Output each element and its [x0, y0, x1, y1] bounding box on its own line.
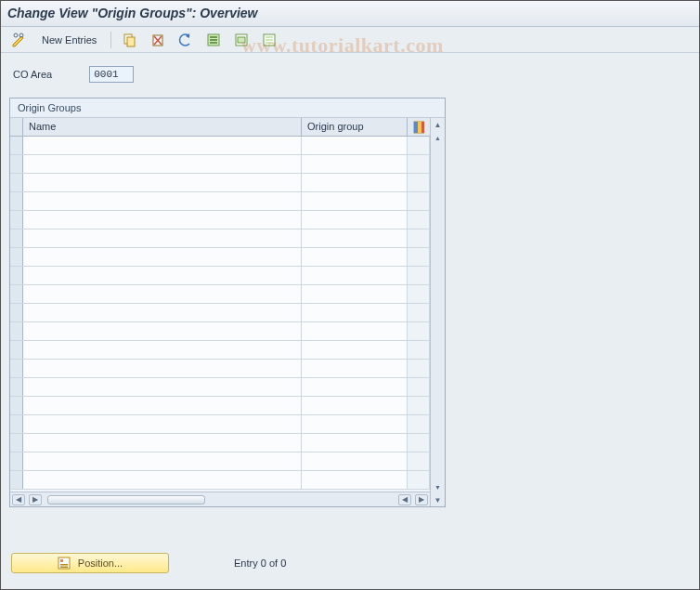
- cell-name[interactable]: [23, 452, 302, 470]
- cell-name[interactable]: [23, 229, 302, 247]
- cell-origin-group[interactable]: [302, 248, 408, 266]
- cell-name[interactable]: [23, 248, 302, 266]
- cell-origin-group[interactable]: [302, 378, 408, 396]
- cell-name[interactable]: [23, 155, 302, 173]
- table-row[interactable]: [10, 397, 430, 415]
- table-row[interactable]: [10, 174, 430, 192]
- cell-name[interactable]: [23, 174, 302, 191]
- row-selector[interactable]: [10, 248, 23, 266]
- row-selector[interactable]: [10, 192, 23, 210]
- row-selector[interactable]: [10, 360, 23, 377]
- table-row[interactable]: [10, 285, 430, 304]
- table-row[interactable]: [10, 452, 430, 471]
- cell-name[interactable]: [23, 378, 302, 396]
- cell-origin-group[interactable]: [302, 267, 408, 284]
- cell-name[interactable]: [23, 285, 302, 303]
- cell-origin-group[interactable]: [302, 434, 408, 452]
- hscroll-thumb[interactable]: [47, 495, 205, 505]
- row-selector[interactable]: [10, 434, 23, 452]
- table-row[interactable]: [10, 341, 430, 360]
- table-row[interactable]: [10, 155, 430, 174]
- table-row[interactable]: [10, 360, 430, 378]
- cell-origin-group[interactable]: [302, 229, 408, 247]
- row-selector[interactable]: [10, 341, 23, 359]
- row-selector[interactable]: [10, 452, 23, 470]
- vertical-scrollbar[interactable]: ▲ ▲ ▼ ▼: [430, 118, 445, 506]
- co-area-field[interactable]: [89, 66, 134, 83]
- table-row[interactable]: [10, 248, 430, 267]
- row-selector[interactable]: [10, 211, 23, 229]
- cell-name[interactable]: [23, 360, 302, 377]
- table-row[interactable]: [10, 211, 430, 229]
- table-row[interactable]: [10, 434, 430, 452]
- table-row[interactable]: [10, 415, 430, 434]
- table-row[interactable]: [10, 322, 430, 341]
- cell-origin-group[interactable]: [302, 192, 408, 210]
- cell-origin-group[interactable]: [302, 397, 408, 414]
- copy-button[interactable]: [119, 31, 141, 49]
- cell-origin-group[interactable]: [302, 452, 408, 470]
- scroll-left-step-icon[interactable]: ◀: [398, 494, 411, 505]
- row-selector[interactable]: [10, 471, 23, 489]
- row-selector[interactable]: [10, 229, 23, 247]
- delete-button[interactable]: [147, 31, 169, 49]
- cell-name[interactable]: [23, 415, 302, 433]
- cell-name[interactable]: [23, 397, 302, 414]
- row-selector[interactable]: [10, 137, 23, 154]
- cell-origin-group[interactable]: [302, 174, 408, 191]
- cell-origin-group[interactable]: [302, 415, 408, 433]
- table-row[interactable]: [10, 471, 430, 490]
- cell-name[interactable]: [23, 471, 302, 489]
- cell-name[interactable]: [23, 267, 302, 284]
- row-selector[interactable]: [10, 285, 23, 303]
- column-header-origin-group[interactable]: Origin group: [302, 118, 408, 136]
- scroll-right-icon[interactable]: ▶: [415, 494, 428, 505]
- column-header-name[interactable]: Name: [23, 118, 302, 136]
- cell-origin-group[interactable]: [302, 211, 408, 229]
- cell-origin-group[interactable]: [302, 285, 408, 303]
- row-selector[interactable]: [10, 174, 23, 191]
- cell-origin-group[interactable]: [302, 360, 408, 377]
- scroll-right-step-icon[interactable]: ▶: [29, 494, 42, 505]
- table-row[interactable]: [10, 229, 430, 248]
- scroll-down-step-icon[interactable]: ▼: [433, 480, 444, 493]
- column-config-button[interactable]: [408, 118, 430, 136]
- row-selector-header[interactable]: [10, 118, 23, 136]
- cell-origin-group[interactable]: [302, 155, 408, 173]
- cell-name[interactable]: [23, 211, 302, 229]
- scroll-up-icon[interactable]: ▲: [433, 118, 444, 131]
- row-selector[interactable]: [10, 415, 23, 433]
- cell-name[interactable]: [23, 304, 302, 321]
- scroll-down-icon[interactable]: ▼: [433, 493, 444, 506]
- scroll-left-icon[interactable]: ◀: [12, 494, 25, 505]
- cell-origin-group[interactable]: [302, 304, 408, 321]
- row-selector[interactable]: [10, 304, 23, 321]
- cell-name[interactable]: [23, 137, 302, 154]
- position-button[interactable]: Position...: [11, 553, 169, 573]
- row-selector[interactable]: [10, 267, 23, 284]
- cell-origin-group[interactable]: [302, 137, 408, 154]
- row-selector[interactable]: [10, 397, 23, 414]
- cell-name[interactable]: [23, 341, 302, 359]
- row-selector[interactable]: [10, 322, 23, 340]
- cell-origin-group[interactable]: [302, 341, 408, 359]
- row-selector[interactable]: [10, 155, 23, 173]
- cell-name[interactable]: [23, 322, 302, 340]
- deselect-all-button[interactable]: [258, 31, 280, 49]
- toggle-display-change-button[interactable]: [7, 31, 30, 49]
- table-row[interactable]: [10, 192, 430, 211]
- horizontal-scrollbar[interactable]: ◀ ▶ ◀ ▶: [10, 492, 430, 506]
- row-selector[interactable]: [10, 378, 23, 396]
- table-row[interactable]: [10, 378, 430, 397]
- select-all-button[interactable]: [202, 31, 225, 49]
- new-entries-button[interactable]: New Entries: [35, 31, 103, 49]
- select-block-button[interactable]: [230, 31, 253, 49]
- table-row[interactable]: [10, 304, 430, 322]
- cell-origin-group[interactable]: [302, 322, 408, 340]
- cell-name[interactable]: [23, 434, 302, 452]
- undo-button[interactable]: [175, 31, 197, 49]
- cell-origin-group[interactable]: [302, 471, 408, 489]
- cell-name[interactable]: [23, 192, 302, 210]
- table-row[interactable]: [10, 267, 430, 285]
- table-row[interactable]: [10, 137, 430, 155]
